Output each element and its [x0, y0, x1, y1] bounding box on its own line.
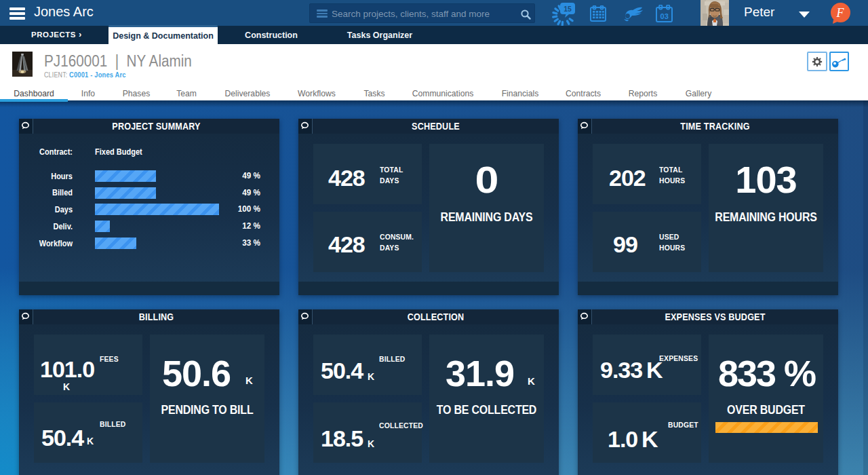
svg-text:F: F — [836, 6, 845, 20]
svg-text:15: 15 — [564, 5, 572, 13]
svg-text:03: 03 — [660, 12, 669, 20]
